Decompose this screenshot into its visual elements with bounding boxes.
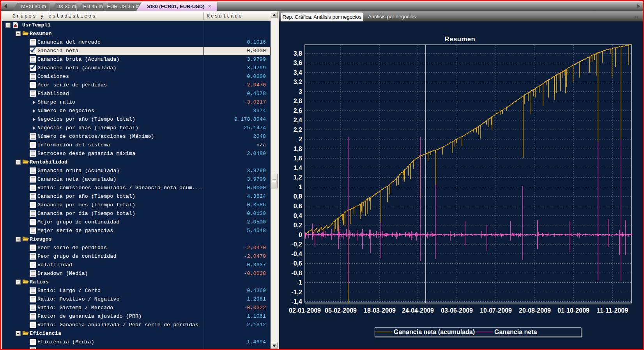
svg-text:11-11-2009: 11-11-2009 bbox=[597, 307, 628, 314]
svg-text:24-04-2009: 24-04-2009 bbox=[402, 307, 434, 314]
svg-text:-1,4: -1,4 bbox=[291, 298, 302, 305]
svg-text:-0,2: -0,2 bbox=[291, 241, 302, 248]
svg-text:-1,2: -1,2 bbox=[291, 289, 302, 295]
svg-text:-0,4: -0,4 bbox=[291, 251, 302, 257]
svg-text:2,2: 2,2 bbox=[294, 127, 302, 133]
svg-text:0,4: 0,4 bbox=[294, 213, 302, 219]
svg-text:18-03-2009: 18-03-2009 bbox=[364, 307, 396, 314]
svg-text:Resumen: Resumen bbox=[445, 35, 475, 42]
svg-text:0,2: 0,2 bbox=[294, 222, 302, 229]
svg-text:0,8: 0,8 bbox=[294, 193, 302, 200]
svg-text:0,6: 0,6 bbox=[294, 203, 302, 209]
svg-text:-1: -1 bbox=[297, 279, 302, 286]
svg-text:3: 3 bbox=[299, 88, 302, 95]
svg-text:1,8: 1,8 bbox=[294, 146, 302, 152]
svg-text:-0,8: -0,8 bbox=[291, 270, 302, 276]
svg-text:20-08-2009: 20-08-2009 bbox=[519, 307, 551, 314]
svg-text:1,4: 1,4 bbox=[294, 165, 302, 171]
svg-text:10-07-2009: 10-07-2009 bbox=[480, 307, 512, 314]
svg-text:1,2: 1,2 bbox=[294, 174, 302, 181]
svg-text:1,6: 1,6 bbox=[294, 155, 302, 162]
svg-text:2,6: 2,6 bbox=[294, 107, 302, 114]
svg-text:3,2: 3,2 bbox=[294, 79, 302, 85]
svg-text:2,4: 2,4 bbox=[294, 117, 302, 123]
svg-text:02-01-2009: 02-01-2009 bbox=[289, 307, 321, 314]
svg-text:3,6: 3,6 bbox=[294, 60, 302, 66]
svg-text:2,8: 2,8 bbox=[294, 98, 302, 104]
svg-text:Ganancia neta: Ganancia neta bbox=[494, 329, 537, 335]
svg-text:0: 0 bbox=[299, 232, 302, 238]
svg-text:03-06-2009: 03-06-2009 bbox=[441, 307, 473, 314]
svg-text:05-02-2009: 05-02-2009 bbox=[325, 307, 357, 314]
svg-text:Ganancia neta (acumulada): Ganancia neta (acumulada) bbox=[394, 329, 475, 335]
svg-text:3,8: 3,8 bbox=[294, 50, 302, 57]
svg-text:1: 1 bbox=[299, 184, 302, 190]
svg-text:3,4: 3,4 bbox=[294, 69, 302, 76]
svg-text:01-10-2009: 01-10-2009 bbox=[557, 307, 589, 314]
svg-text:-0,6: -0,6 bbox=[291, 260, 302, 267]
svg-text:2: 2 bbox=[299, 136, 302, 142]
